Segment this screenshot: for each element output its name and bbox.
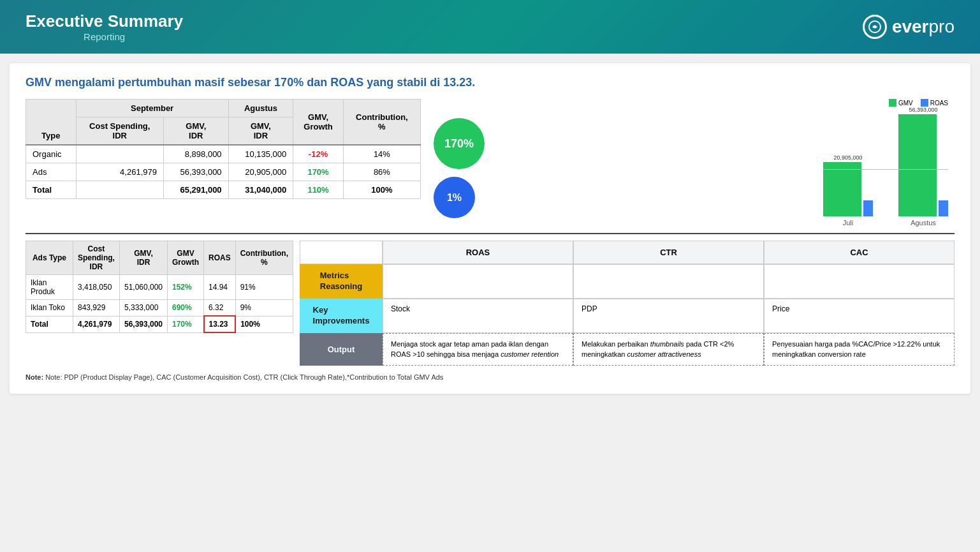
row-type: Organic — [26, 145, 77, 163]
bar-group-juli: 20,905,000 Juli — [823, 154, 873, 227]
output-ctr-cell: Melakukan perbaikan thumbnails pada CTR … — [573, 333, 764, 366]
top-table: Type September Agustus GMV,Growth Contri… — [26, 99, 421, 199]
output-label: Output — [300, 333, 383, 366]
row-contribution: 100% — [235, 316, 293, 332]
col-header-cac: CAC — [764, 241, 954, 264]
col-september: September — [76, 100, 228, 117]
row-sept-gmv: 8,898,000 — [163, 145, 228, 163]
row-cost: 843,929 — [73, 300, 119, 317]
row-growth: 152% — [168, 275, 204, 300]
roas-bar-juli — [863, 200, 873, 216]
metrics-reasoning-row: MetricsReasoning — [300, 264, 954, 299]
row-ads-type: Iklan Toko — [26, 300, 73, 317]
output-row: Output Menjaga stock agar tetap aman pad… — [300, 333, 954, 366]
grid-empty-header — [300, 241, 383, 264]
row-gmv: 51,060,000 — [119, 275, 167, 300]
output-cac-cell: Penyesuaian harga pada %CAC/Price >12.22… — [764, 333, 954, 366]
page-header: Executive Summary Reporting everpro — [0, 0, 980, 54]
bar-top-label: 20,905,000 — [833, 154, 862, 161]
table-row: Ads 4,261,979 56,393,000 20,905,000 170%… — [26, 163, 421, 181]
col-agustus: Agustus — [228, 100, 293, 117]
row-cost: 4,261,979 — [76, 163, 163, 181]
row-growth: 690% — [168, 300, 204, 317]
top-table-wrapper: Type September Agustus GMV,Growth Contri… — [26, 99, 421, 227]
col-contribution: Contribution,% — [343, 100, 420, 145]
row-growth: 170% — [168, 316, 204, 332]
metrics-roas-cell — [383, 264, 573, 299]
row-growth: 170% — [293, 163, 344, 181]
row-gmv: 5,333,000 — [119, 300, 167, 317]
col-cost-spending: CostSpending,IDR — [73, 241, 119, 275]
key-price-cell: Price — [764, 299, 954, 333]
legend-gmv: GMV — [889, 99, 913, 107]
right-grid: ROAS CTR CAC MetricsReasoning KeyImprove… — [300, 241, 954, 366]
row-aug-gmv: 31,040,000 — [228, 181, 293, 199]
col-aug-gmv: GMV,IDR — [228, 117, 293, 145]
col-header-ctr: CTR — [573, 241, 764, 264]
row-ads-type: Iklan Produk — [26, 275, 73, 300]
row-contribution: 100% — [343, 181, 420, 199]
metrics-cac-cell — [764, 264, 954, 299]
legend-roas-color — [921, 99, 928, 107]
row-contribution: 9% — [235, 300, 293, 317]
bar-top-label: 56,393,000 — [909, 107, 937, 113]
bar-pair — [898, 114, 948, 216]
key-improvements-label: KeyImprovements — [300, 299, 383, 333]
metrics-ctr-cell — [573, 264, 764, 299]
row-cost: 4,261,979 — [73, 316, 119, 332]
header-title-block: Executive Summary Reporting — [26, 11, 183, 42]
main-content: GMV mengalami pertumbuhan masif sebesar … — [10, 63, 970, 394]
row-type: Total — [26, 181, 77, 199]
row-gmv: 56,393,000 — [119, 316, 167, 332]
page-title: GMV mengalami pertumbuhan masif sebesar … — [26, 76, 954, 89]
gmv-bar-agustus — [898, 114, 937, 216]
bubble-1: 1% — [434, 177, 475, 218]
bar-group-agustus: 56,393,000 Agustus — [898, 107, 948, 227]
row-roas: 14.94 — [204, 275, 236, 300]
col-header-roas: ROAS — [383, 241, 573, 264]
key-stock-cell: Stock — [383, 299, 573, 333]
bubble-170: 170% — [434, 118, 485, 169]
header-subtitle: Reporting — [26, 31, 183, 42]
roas-line — [823, 169, 948, 170]
legend-roas: ROAS — [921, 99, 948, 107]
bar-chart: GMV ROAS 20,905,000 — [491, 99, 954, 227]
row-aug-gmv: 20,905,000 — [228, 163, 293, 181]
row-roas-highlighted: 13.23 — [204, 316, 236, 332]
row-growth: 110% — [293, 181, 344, 199]
row-contribution: 14% — [343, 145, 420, 163]
row-sept-gmv: 65,291,000 — [163, 181, 228, 199]
header-title: Executive Summary — [26, 11, 183, 31]
row-sept-gmv: 56,393,000 — [163, 163, 228, 181]
legend-gmv-color — [889, 99, 896, 107]
row-roas: 6.32 — [204, 300, 236, 317]
table-row: Iklan Produk 3,418,050 51,060,000 152% 1… — [26, 275, 293, 300]
col-roas: ROAS — [204, 241, 236, 275]
legend-gmv-label: GMV — [898, 100, 913, 107]
bubbles: 170% 1% — [434, 99, 485, 218]
legend-roas-label: ROAS — [930, 100, 948, 107]
row-growth: -12% — [293, 145, 344, 163]
col-cost-spending: Cost Spending,IDR — [76, 117, 163, 145]
roas-bar-agustus — [939, 200, 948, 216]
chart-legend: GMV ROAS — [889, 99, 948, 107]
col-ads-type: Ads Type — [26, 241, 73, 275]
col-gmv-growth: GMV,Growth — [293, 100, 344, 145]
grid-header-row: ROAS CTR CAC — [300, 241, 954, 264]
bars-container: 20,905,000 Juli 56,393,000 — [823, 112, 948, 227]
row-ads-type: Total — [26, 316, 73, 332]
col-gmv-growth: GMVGrowth — [168, 241, 204, 275]
row-contribution: 91% — [235, 275, 293, 300]
output-roas-cell: Menjaga stock agar tetap aman pada iklan… — [383, 333, 573, 366]
bar-pair — [823, 162, 873, 216]
logo-text: everpro — [892, 17, 954, 37]
key-pdp-cell: PDP — [573, 299, 764, 333]
logo: everpro — [863, 15, 954, 39]
bar-axis-label-agustus: Agustus — [911, 219, 936, 227]
bottom-table: Ads Type CostSpending,IDR GMV,IDR GMVGro… — [26, 241, 293, 333]
table-row: Organic 8,898,000 10,135,000 -12% 14% — [26, 145, 421, 163]
metrics-reasoning-label: MetricsReasoning — [300, 264, 383, 299]
top-section: Type September Agustus GMV,Growth Contri… — [26, 99, 954, 227]
row-cost — [76, 181, 163, 199]
table-row: Iklan Toko 843,929 5,333,000 690% 6.32 9… — [26, 300, 293, 317]
